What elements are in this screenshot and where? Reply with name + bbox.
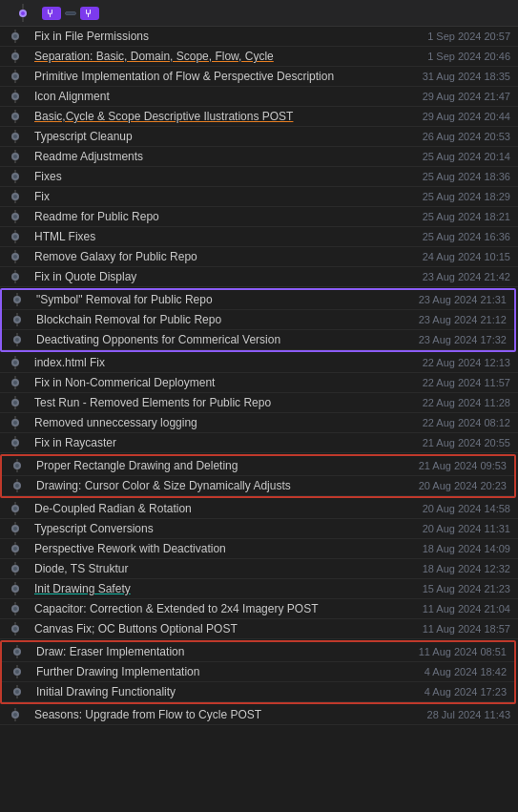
timeline-col bbox=[2, 313, 32, 326]
table-row[interactable]: Fixes25 Aug 2024 18:36 bbox=[0, 167, 518, 187]
commit-message: Draw: Eraser Implementation bbox=[32, 645, 400, 658]
header-timeline bbox=[8, 4, 38, 22]
table-row[interactable]: Initial Drawing Functionality4 Aug 2024 … bbox=[2, 682, 514, 702]
timeline-col bbox=[0, 542, 31, 555]
commit-message: Icon Alignment bbox=[31, 90, 404, 103]
commit-message: Readme Adjustments bbox=[31, 150, 404, 163]
commit-message: Fixes bbox=[31, 170, 404, 183]
header-dot bbox=[19, 10, 27, 17]
table-row[interactable]: Fix in Raycaster21 Aug 2024 20:55 bbox=[0, 433, 518, 453]
table-row[interactable]: index.html Fix22 Aug 2024 12:13 bbox=[0, 353, 518, 373]
commit-date: 23 Aug 2024 21:31 bbox=[400, 294, 514, 305]
table-row[interactable]: Removed unneccessary logging22 Aug 2024 … bbox=[0, 413, 518, 433]
commit-date: 20 Aug 2024 11:31 bbox=[404, 523, 518, 534]
commit-date: 22 Aug 2024 11:28 bbox=[404, 397, 518, 408]
table-row[interactable]: Fix in File Permissions1 Sep 2024 20:57 bbox=[0, 27, 518, 47]
timeline-col bbox=[0, 110, 31, 123]
commit-message: Typescript Conversions bbox=[31, 522, 404, 535]
commit-message: Capacitor: Correction & Extended to 2x4 … bbox=[31, 602, 404, 615]
commit-date: 18 Aug 2024 12:32 bbox=[404, 563, 518, 574]
table-row[interactable]: Seasons: Upgrade from Flow to Cycle POST… bbox=[0, 705, 518, 725]
commit-message: Perspective Rework with Deactivation bbox=[31, 542, 404, 555]
table-row[interactable]: Primitive Implementation of Flow & Persp… bbox=[0, 67, 518, 87]
commit-date: 11 Aug 2024 21:04 bbox=[404, 603, 518, 614]
badge-main[interactable]: ⑂ bbox=[42, 7, 61, 20]
commit-date: 25 Aug 2024 18:21 bbox=[404, 211, 518, 222]
commit-date: 11 Aug 2024 08:51 bbox=[400, 646, 514, 657]
branch-icon: ⑂ bbox=[47, 8, 53, 19]
table-row[interactable]: Drawing: Cursor Color & Size Dynamically… bbox=[2, 476, 514, 496]
commit-message: Blockchain Removal for Public Repo bbox=[32, 313, 400, 326]
commit-message: Drawing: Cursor Color & Size Dynamically… bbox=[32, 479, 400, 492]
header-row: ⑂ ⑂ bbox=[0, 0, 518, 27]
badge-head[interactable]: ⑂ bbox=[80, 7, 99, 20]
table-row[interactable]: De-Coupled Radian & Rotation20 Aug 2024 … bbox=[0, 499, 518, 519]
table-row[interactable]: Readme for Public Repo25 Aug 2024 18:21 bbox=[0, 207, 518, 227]
commit-date: 21 Aug 2024 20:55 bbox=[404, 437, 518, 448]
commit-date: 22 Aug 2024 12:13 bbox=[404, 357, 518, 368]
table-row[interactable]: Fix25 Aug 2024 18:29 bbox=[0, 187, 518, 207]
commit-date: 11 Aug 2024 18:57 bbox=[404, 623, 518, 635]
commit-date: 15 Aug 2024 21:23 bbox=[404, 583, 518, 594]
timeline-col bbox=[0, 416, 31, 429]
timeline-col bbox=[0, 562, 31, 575]
commit-message: Seasons: Upgrade from Flow to Cycle POST bbox=[31, 708, 404, 721]
commit-message: Remove Galaxy for Public Repo bbox=[31, 250, 404, 263]
timeline-col bbox=[0, 376, 31, 389]
table-row[interactable]: HTML Fixes25 Aug 2024 16:36 bbox=[0, 227, 518, 247]
group-box-red2: Draw: Eraser Implementation11 Aug 2024 0… bbox=[0, 640, 516, 704]
commit-message: Readme for Public Repo bbox=[31, 210, 404, 223]
table-row[interactable]: Diode, TS Struktur18 Aug 2024 12:32 bbox=[0, 559, 518, 579]
timeline-col bbox=[2, 459, 32, 472]
commit-date: 20 Aug 2024 20:23 bbox=[400, 480, 514, 491]
timeline-col bbox=[0, 90, 31, 103]
timeline-col bbox=[2, 645, 32, 658]
table-row[interactable]: Proper Rectangle Drawing and Deleting21 … bbox=[2, 456, 514, 476]
table-row[interactable]: Perspective Rework with Deactivation18 A… bbox=[0, 539, 518, 559]
timeline-col bbox=[0, 50, 31, 63]
commit-message: Fix in Quote Display bbox=[31, 270, 404, 283]
commit-date: 31 Aug 2024 18:35 bbox=[404, 71, 518, 82]
commit-message: Init Drawing Safety bbox=[31, 582, 404, 595]
table-row[interactable]: Icon Alignment29 Aug 2024 21:47 bbox=[0, 87, 518, 107]
table-row[interactable]: Fix in Quote Display23 Aug 2024 21:42 bbox=[0, 267, 518, 287]
table-row[interactable]: "Symbol" Removal for Public Repo23 Aug 2… bbox=[2, 290, 514, 310]
commit-date: 25 Aug 2024 20:14 bbox=[404, 151, 518, 162]
table-row[interactable]: Deactivating Opponents for Commerical Ve… bbox=[2, 330, 514, 350]
commit-message: Fix bbox=[31, 190, 404, 203]
commit-message: Typescript Cleanup bbox=[31, 130, 404, 143]
timeline-col bbox=[0, 582, 31, 595]
table-row[interactable]: Test Run - Removed Elements for Public R… bbox=[0, 393, 518, 413]
commit-message: "Symbol" Removal for Public Repo bbox=[32, 293, 400, 306]
table-row[interactable]: Capacitor: Correction & Extended to 2x4 … bbox=[0, 599, 518, 619]
table-row[interactable]: Draw: Eraser Implementation11 Aug 2024 0… bbox=[2, 642, 514, 662]
table-row[interactable]: Separation: Basic, Domain, Scope, Flow, … bbox=[0, 47, 518, 67]
commit-message: Canvas Fix; OC Buttons Optional POST bbox=[31, 622, 404, 635]
commit-message: De-Coupled Radian & Rotation bbox=[31, 502, 404, 515]
commit-date: 20 Aug 2024 14:58 bbox=[404, 503, 518, 514]
timeline-col bbox=[0, 356, 31, 369]
table-row[interactable]: Canvas Fix; OC Buttons Optional POST11 A… bbox=[0, 619, 518, 639]
table-row[interactable]: Typescript Cleanup26 Aug 2024 20:53 bbox=[0, 127, 518, 147]
table-row[interactable]: Fix in Non-Commerical Deployment22 Aug 2… bbox=[0, 373, 518, 393]
commit-date: 1 Sep 2024 20:57 bbox=[404, 31, 518, 42]
branch-icon2: ⑂ bbox=[85, 8, 92, 19]
timeline-col bbox=[0, 436, 31, 449]
table-row[interactable]: Further Drawing Implementation4 Aug 2024… bbox=[2, 662, 514, 682]
timeline-col bbox=[2, 479, 32, 492]
timeline-col bbox=[0, 396, 31, 409]
commit-date: 23 Aug 2024 17:32 bbox=[400, 334, 514, 345]
commit-message: Fix in Raycaster bbox=[31, 436, 404, 449]
table-row[interactable]: Remove Galaxy for Public Repo24 Aug 2024… bbox=[0, 247, 518, 267]
table-row[interactable]: Init Drawing Safety15 Aug 2024 21:23 bbox=[0, 579, 518, 599]
table-row[interactable]: Blockchain Removal for Public Repo23 Aug… bbox=[2, 310, 514, 330]
timeline-col bbox=[0, 190, 31, 203]
table-row[interactable]: Readme Adjustments25 Aug 2024 20:14 bbox=[0, 147, 518, 167]
table-row[interactable]: Basic,Cycle & Scope Descriptive Ilustrat… bbox=[0, 107, 518, 127]
badge-origin[interactable] bbox=[65, 11, 76, 15]
commit-message: Removed unneccessary logging bbox=[31, 416, 404, 429]
group-box-red: Proper Rectangle Drawing and Deleting21 … bbox=[0, 454, 516, 498]
commit-message: Separation: Basic, Domain, Scope, Flow, … bbox=[31, 50, 404, 63]
table-row[interactable]: Typescript Conversions20 Aug 2024 11:31 bbox=[0, 519, 518, 539]
commit-message: Further Drawing Implementation bbox=[32, 665, 400, 678]
